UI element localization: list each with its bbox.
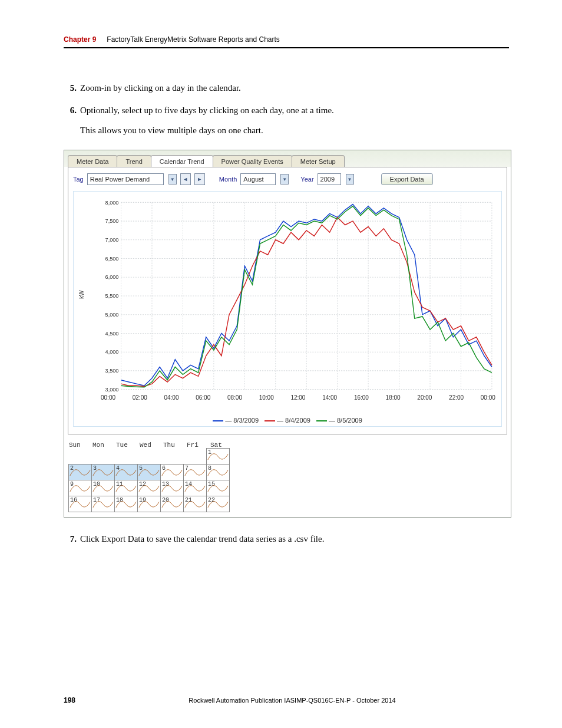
legend-label: 8/4/2009 [285, 417, 310, 424]
year-label: Year [300, 176, 313, 183]
calendar-day[interactable]: 2 [68, 464, 92, 480]
mini-calendar: SunMonTueWedThuFriSat 123456789101112131… [69, 442, 234, 512]
svg-text:8,000: 8,000 [105, 199, 119, 205]
chart-svg: 3,0003,5004,0004,5005,0005,5006,0006,500… [101, 199, 495, 393]
chapter-title: FactoryTalk EnergyMetrix Software Report… [107, 35, 279, 44]
legend-swatch [316, 420, 327, 421]
calendar-row: 16171819202122 [69, 496, 234, 512]
x-tick: 16:00 [354, 394, 369, 401]
calendar-grid: 12345678910111213141516171819202122 [69, 449, 234, 512]
chevron-down-icon[interactable]: ▼ [280, 174, 289, 185]
step-5: 5. Zoom-in by clicking on a day in the c… [64, 81, 509, 95]
x-tick: 06:00 [196, 394, 210, 401]
legend-item: — 8/4/2009 [265, 417, 310, 424]
chart-legend: — 8/3/2009 — 8/4/2009 — 8/5/2009 [76, 417, 499, 424]
x-tick: 10:00 [259, 394, 274, 401]
calendar-day[interactable]: 8 [206, 464, 230, 480]
svg-text:4,500: 4,500 [105, 330, 119, 336]
page-number: 198 [64, 696, 75, 704]
year-value: 2009 [320, 176, 335, 183]
calendar-day[interactable]: 21 [183, 496, 207, 512]
calendar-day[interactable]: 18 [114, 496, 138, 512]
calendar-day [114, 448, 138, 465]
tab-trend[interactable]: Trend [117, 155, 151, 167]
tab-calendar-trend[interactable]: Calendar Trend [151, 155, 213, 167]
svg-text:7,000: 7,000 [105, 237, 119, 243]
legend-label: 8/3/2009 [233, 417, 259, 424]
svg-text:6,000: 6,000 [105, 274, 119, 280]
chevron-down-icon[interactable]: ▼ [168, 174, 177, 185]
x-tick: 12:00 [290, 394, 305, 401]
calendar-day[interactable]: 15 [206, 480, 230, 496]
step-6: 6. Optionally, select up to five days by… [64, 103, 509, 117]
month-select[interactable]: August [240, 173, 276, 185]
calendar-day[interactable]: 19 [137, 496, 161, 512]
step-text: Zoom-in by clicking on a day in the cale… [80, 81, 509, 95]
legend-swatch [265, 420, 275, 421]
x-tick: 02:00 [133, 394, 147, 401]
control-row: Tag Real Power Demand ▼ ◄ ► Month August… [73, 173, 502, 185]
x-tick: 18:00 [386, 394, 401, 401]
x-tick: 00:00 [101, 394, 115, 401]
svg-text:5,000: 5,000 [105, 312, 119, 318]
calendar-day[interactable]: 12 [137, 480, 161, 496]
svg-text:5,500: 5,500 [105, 293, 119, 299]
step-text: Optionally, select up to five days by cl… [80, 103, 509, 117]
legend-item: — 8/5/2009 [316, 417, 362, 424]
month-label: Month [219, 176, 237, 183]
calendar-day[interactable]: 11 [114, 480, 138, 496]
x-tick: 20:00 [417, 394, 432, 401]
calendar-day[interactable]: 10 [91, 480, 115, 496]
x-tick: 22:00 [449, 394, 464, 401]
tag-select[interactable]: Real Power Demand [87, 173, 164, 185]
calendar-day[interactable]: 9 [68, 480, 92, 496]
step-number: 5. [64, 81, 77, 95]
svg-text:3,000: 3,000 [105, 387, 119, 393]
y-axis-title: kW [78, 291, 85, 299]
page-footer: 198 Rockwell Automation Publication IASI… [64, 696, 509, 704]
svg-text:7,500: 7,500 [105, 218, 119, 224]
next-button[interactable]: ► [194, 173, 205, 185]
prev-button[interactable]: ◄ [180, 173, 191, 185]
step-number: 7. [64, 532, 77, 546]
x-tick: 04:00 [164, 394, 178, 401]
calendar-day[interactable]: 4 [114, 464, 138, 480]
calendar-day[interactable]: 22 [206, 496, 230, 512]
calendar-day[interactable]: 5 [137, 464, 161, 480]
calendar-day[interactable]: 20 [160, 496, 184, 512]
calendar-day [137, 448, 161, 465]
calendar-day[interactable]: 16 [68, 496, 92, 512]
calendar-day [183, 448, 207, 465]
calendar-day[interactable]: 6 [160, 464, 184, 480]
x-tick: 08:00 [227, 394, 242, 401]
tab-bar: Meter Data Trend Calendar Trend Power Qu… [64, 150, 511, 167]
export-data-button[interactable]: Export Data [381, 173, 433, 185]
step-list-2: 7. Click Export Data to save the calenda… [64, 532, 509, 546]
calendar-day[interactable]: 13 [160, 480, 184, 496]
publication-info: Rockwell Automation Publication IASIMP-Q… [75, 697, 509, 704]
chevron-down-icon[interactable]: ▼ [346, 174, 354, 185]
calendar-day[interactable]: 1 [206, 448, 230, 465]
x-axis-ticks: 00:0002:0004:0006:0008:0010:0012:0014:00… [101, 394, 495, 401]
calendar-day[interactable]: 7 [183, 464, 207, 480]
chapter-label: Chapter 9 [64, 35, 96, 44]
svg-text:3,500: 3,500 [105, 368, 119, 374]
calendar-day[interactable]: 3 [91, 464, 115, 480]
calendar-day [91, 448, 115, 465]
x-tick: 00:00 [481, 394, 495, 401]
calendar-day[interactable]: 14 [183, 480, 207, 496]
calendar-day [160, 448, 184, 465]
tab-panel: Tag Real Power Demand ▼ ◄ ► Month August… [68, 167, 507, 434]
year-select[interactable]: 2009 [318, 173, 341, 185]
chart-frame: kW 3,0003,5004,0004,5005,0005,5006,0006,… [73, 191, 502, 427]
tab-power-quality[interactable]: Power Quality Events [213, 155, 292, 167]
legend-swatch [213, 420, 223, 421]
calendar-day[interactable]: 17 [91, 496, 115, 512]
step-number: 6. [64, 103, 77, 117]
app-screenshot: Meter Data Trend Calendar Trend Power Qu… [64, 150, 511, 518]
tag-value: Real Power Demand [90, 176, 150, 183]
calendar-row: 1 [69, 449, 234, 465]
tab-meter-data[interactable]: Meter Data [68, 155, 117, 167]
step-6-note: This allows you to view multiple days on… [80, 126, 509, 136]
tab-meter-setup[interactable]: Meter Setup [292, 155, 345, 167]
